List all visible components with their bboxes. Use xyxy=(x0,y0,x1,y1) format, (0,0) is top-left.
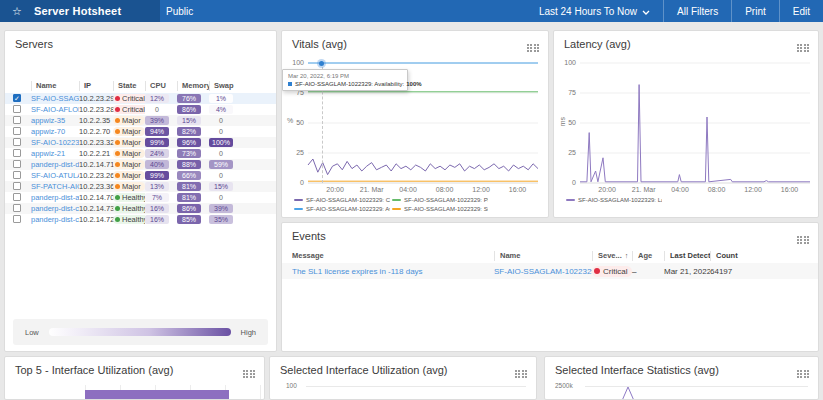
server-row[interactable]: panderp-dist-db-d10.2.14.71Major40%88%59… xyxy=(5,159,276,170)
server-row[interactable]: SF-PATCH-AIO-JT10.2.23.36Major13%81%15% xyxy=(5,181,276,192)
row-checkbox[interactable] xyxy=(13,193,21,201)
swap-cell: 4% xyxy=(209,105,245,114)
server-name-link[interactable]: panderp-dist-cug1 xyxy=(31,215,79,224)
event-message-link[interactable]: The SL1 license expires in -118 days xyxy=(292,267,423,276)
server-name-link[interactable]: appwiz-35 xyxy=(31,116,65,125)
server-row[interactable]: ✓SF-AIO-SSAGLAM10.2.23.29Critical12%76%1… xyxy=(5,93,276,104)
server-name-link[interactable]: panderp-dist-cug2 xyxy=(31,204,79,213)
widget-options-icon[interactable] xyxy=(515,365,528,374)
y-axis-tick: 50 xyxy=(284,119,304,126)
widget-options-icon[interactable] xyxy=(243,365,256,374)
column-header-state[interactable]: State xyxy=(113,81,145,91)
server-ip: 10.2.2.35 xyxy=(79,116,113,125)
x-axis-tick: 20:00 xyxy=(598,186,616,193)
x-axis-tick: 21. Mar xyxy=(632,186,656,193)
column-header[interactable]: Age xyxy=(632,251,664,261)
column-header-ip[interactable]: IP xyxy=(79,81,113,91)
cpu-cell: 16% xyxy=(145,204,177,213)
server-row[interactable]: SF-AIO-AFLORES10.2.23.28Critical086%4% xyxy=(5,104,276,115)
swap-cell: 39% xyxy=(209,204,245,213)
cpu-cell: 24% xyxy=(145,149,177,158)
column-header-swap[interactable]: Swap xyxy=(209,81,245,91)
edit-button[interactable]: Edit xyxy=(779,0,823,22)
column-header[interactable]: Message xyxy=(292,251,494,261)
server-ip: 10.2.14.71 xyxy=(79,160,113,169)
column-header[interactable]: Name xyxy=(494,251,592,261)
server-row[interactable]: SF-AIO-102233210.2.23.32Major99%96%100% xyxy=(5,137,276,148)
widget-options-icon[interactable] xyxy=(797,39,810,48)
column-header-cpu[interactable]: CPU xyxy=(145,81,177,91)
server-row[interactable]: panderp-dist-cug210.2.14.73Healthy16%86%… xyxy=(5,203,276,214)
server-state-badge: Healthy xyxy=(113,215,145,224)
server-name-link[interactable]: panderp-dist-db-d xyxy=(31,160,79,169)
servers-panel: Servers NameIPStateCPUMemorySwap ✓SF-AIO… xyxy=(4,30,277,352)
server-row[interactable]: SF-AIO-ATULACI10.2.23.26Major99%66%0 xyxy=(5,170,276,181)
row-checkbox[interactable] xyxy=(13,105,21,113)
swap-cell: 0 xyxy=(209,149,245,158)
server-state-badge: Major xyxy=(113,116,145,125)
legend-item[interactable]: SF-AIO-SSAGLAM-1022329: Swap M... xyxy=(392,204,488,213)
server-row[interactable]: appwiz-2110.2.2.21Major24%73%0 xyxy=(5,148,276,159)
server-name-link[interactable]: SF-AIO-AFLORES xyxy=(31,105,79,114)
legend-item[interactable]: SF-AIO-SSAGLAM-1022329: Availabi... xyxy=(294,204,390,213)
row-checkbox[interactable]: ✓ xyxy=(13,94,21,102)
server-name-link[interactable]: SF-AIO-ATULACI xyxy=(31,171,79,180)
server-ip: 10.2.14.72 xyxy=(79,215,113,224)
row-checkbox[interactable] xyxy=(13,204,21,212)
column-header[interactable]: Seve...↑ xyxy=(592,251,632,261)
column-header[interactable]: Last Detected xyxy=(664,251,710,261)
legend-item[interactable]: SF-AIO-SSAGLAM-1022329: CPU Uti... xyxy=(294,195,390,204)
legend-swatch xyxy=(294,208,303,210)
chevron-down-icon xyxy=(642,6,650,17)
column-header-name[interactable]: Name xyxy=(31,81,79,91)
column-header[interactable]: Count xyxy=(710,251,752,261)
server-row[interactable]: appwiz-3510.2.2.35Major39%15%0 xyxy=(5,115,276,126)
servers-panel-title: Servers xyxy=(15,38,53,50)
widget-options-icon[interactable] xyxy=(797,231,810,240)
event-device-link[interactable]: SF-AIO-SSAGLAM-1022329 xyxy=(494,267,592,276)
cpu-cell: 99% xyxy=(145,171,177,180)
print-button[interactable]: Print xyxy=(731,0,779,22)
row-checkbox[interactable] xyxy=(13,160,21,168)
row-checkbox[interactable] xyxy=(13,171,21,179)
column-header-memory[interactable]: Memory xyxy=(177,81,209,91)
utilization-bar[interactable] xyxy=(85,390,229,400)
sort-ascending-icon[interactable]: ↑ xyxy=(625,251,629,261)
favorite-star-icon[interactable]: ☆ xyxy=(12,5,22,18)
all-filters-button[interactable]: All Filters xyxy=(663,0,731,22)
widget-options-icon[interactable] xyxy=(527,39,540,48)
event-row[interactable]: The SL1 license expires in -118 daysSF-A… xyxy=(282,263,818,279)
legend-item[interactable]: SF-AIO-SSAGLAM-1022329: Physical ... xyxy=(392,195,488,204)
latency-chart[interactable] xyxy=(580,63,810,183)
row-checkbox[interactable] xyxy=(13,215,21,223)
tooltip-series-label: SF-AIO-SSAGLAM-1022329: Availability: xyxy=(295,81,404,87)
x-axis-tick: 16:00 xyxy=(509,186,527,193)
top5-panel-title: Top 5 - Interface Utilization (avg) xyxy=(15,364,173,376)
server-row[interactable]: appwiz-7010.2.2.70Major94%82%0 xyxy=(5,126,276,137)
row-checkbox[interactable] xyxy=(13,138,21,146)
x-axis-tick: 12:00 xyxy=(472,186,490,193)
legend-swatch xyxy=(392,199,401,201)
server-name-link[interactable]: appwiz-70 xyxy=(31,127,65,136)
swap-cell: 100% xyxy=(209,138,245,147)
server-name-link[interactable]: appwiz-21 xyxy=(31,149,65,158)
y-axis-tick: 0 xyxy=(556,179,576,186)
server-name-link[interactable]: SF-PATCH-AIO-JT xyxy=(31,182,79,191)
memory-cell: 81% xyxy=(177,182,209,191)
row-checkbox[interactable] xyxy=(13,149,21,157)
server-name-link[interactable]: SF-AIO-1022332 xyxy=(31,138,79,147)
selutil-panel-title: Selected Interface Utilization (avg) xyxy=(280,364,448,376)
time-range-selector[interactable]: Last 24 Hours To Now xyxy=(526,0,663,22)
server-name-link[interactable]: panderp-dist-ap-d xyxy=(31,193,79,202)
server-row[interactable]: panderp-dist-ap-d10.2.14.70Healthy7%81%0 xyxy=(5,192,276,203)
server-ip: 10.2.23.28 xyxy=(79,105,113,114)
row-checkbox[interactable] xyxy=(13,182,21,190)
tooltip-timestamp: Mar 20, 2022, 6:19 PM xyxy=(288,73,402,79)
row-checkbox[interactable] xyxy=(13,127,21,135)
row-checkbox[interactable] xyxy=(13,116,21,124)
legend-item[interactable]: SF-AIO-SSAGLAM-1022329: Latency xyxy=(566,195,662,204)
server-row[interactable]: panderp-dist-cug110.2.14.72Healthy16%85%… xyxy=(5,214,276,225)
server-name-link[interactable]: SF-AIO-SSAGLAM xyxy=(31,94,79,103)
memory-cell: 86% xyxy=(177,204,209,213)
cpu-cell: 7% xyxy=(145,193,177,202)
